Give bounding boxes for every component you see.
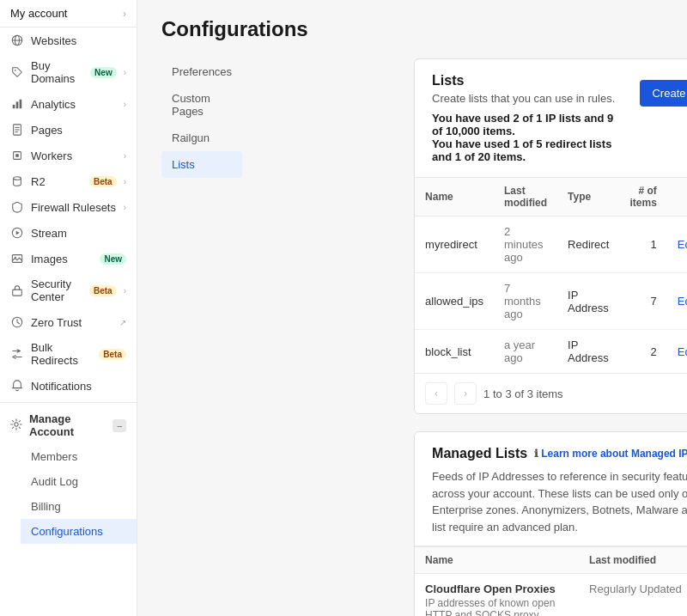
manage-account-row[interactable]: Manage Account – [0,406,137,444]
manage-account-sub-nav: Members Audit Log Billing Configurations [0,444,137,544]
zero-trust-icon [10,315,24,329]
managed-col-last-modified: Last modified [579,547,687,574]
sidebar-item-images[interactable]: Images New [0,246,137,271]
managed-table-row: Cloudflare Open Proxies IP addresses of … [415,574,687,617]
svg-rect-18 [13,290,22,296]
sidebar: My account › Websites Buy Domains New › … [0,0,137,616]
cell-actions: Edit | Delete [667,273,687,330]
sidebar-item-websites[interactable]: Websites [0,27,137,53]
sidebar-item-stream-label: Stream [31,227,126,240]
buy-domains-chevron-icon: › [124,68,126,77]
buy-domains-badge: New [90,67,117,78]
edit-link[interactable]: Edit [678,238,687,251]
sidebar-item-zero-trust-label: Zero Trust [31,316,112,329]
sub-nav-custom-pages-label: Custom Pages [172,92,210,118]
lists-col-name: Name [415,178,494,217]
r2-chevron-icon: › [124,177,126,186]
gear-icon [10,418,22,433]
lists-col-type: Type [557,178,619,217]
cell-actions: Edit | Delete [667,330,687,374]
svg-marker-15 [16,231,20,235]
tag-icon [10,65,24,79]
lists-col-actions [667,178,687,217]
sidebar-item-analytics[interactable]: Analytics › [0,91,137,117]
sidebar-item-firewall-rulesets[interactable]: Firewall Rulesets › [0,194,137,220]
images-icon [10,252,24,265]
lists-pagination: ‹ › 1 to 3 of 3 items [415,373,687,413]
sidebar-item-members[interactable]: Members [21,444,137,469]
pagination-prev-button[interactable]: ‹ [425,382,447,405]
lists-card-stat2: You have used 1 of 5 redirect lists and … [432,137,626,163]
analytics-icon [10,97,24,111]
cell-last-modified: a year ago [494,330,557,374]
sidebar-nav: Websites Buy Domains New › Analytics › P… [0,27,137,399]
managed-cell-name: Cloudflare Open Proxies IP addresses of … [415,574,579,617]
cell-items: 2 [619,330,666,374]
analytics-chevron-icon: › [124,100,126,109]
pagination-next-button[interactable]: › [454,382,477,405]
sidebar-account[interactable]: My account › [0,0,137,27]
sidebar-item-images-label: Images [31,253,93,265]
sidebar-item-billing[interactable]: Billing [21,494,137,519]
svg-rect-5 [16,101,19,108]
lists-card: Lists Create lists that you can use in r… [414,58,687,414]
page-title: Configurations [161,17,663,41]
managed-lists-learn-more[interactable]: ℹ Learn more about Managed IP Lists [534,448,687,460]
managed-lists-card: Managed Lists ℹ Learn more about Managed… [414,431,687,616]
sidebar-item-pages[interactable]: Pages [0,117,137,143]
sidebar-item-security-center-label: Security Center [31,278,82,303]
sidebar-item-audit-log-label: Audit Log [31,475,126,488]
sub-nav: Preferences Custom Pages Railgun Lists [161,58,242,178]
cell-type: IP Address [557,273,619,330]
lists-table: Name Last modified Type # ofitems myredi… [415,177,687,373]
svg-rect-12 [15,154,19,157]
sub-nav-preferences[interactable]: Preferences [161,58,242,85]
create-new-list-button[interactable]: Create new list [640,80,687,107]
manage-account-collapse-btn[interactable]: – [112,419,126,432]
sub-nav-railgun[interactable]: Railgun [161,125,242,151]
sidebar-item-stream[interactable]: Stream [0,220,137,246]
sidebar-item-audit-log[interactable]: Audit Log [21,469,137,494]
sidebar-item-zero-trust[interactable]: Zero Trust ↗ [0,309,137,335]
sidebar-item-websites-label: Websites [31,34,126,47]
managed-lists-learn-more-text: Learn more about Managed IP Lists [541,448,687,460]
sidebar-item-notifications[interactable]: Notifications [0,373,137,399]
managed-col-name: Name [415,547,579,574]
sidebar-item-r2-label: R2 [31,175,82,188]
cell-items: 1 [619,217,666,273]
cell-actions: Edit | Delete [667,217,687,273]
sidebar-item-notifications-label: Notifications [31,380,126,393]
security-center-icon [10,284,24,297]
sidebar-item-bulk-redirects[interactable]: Bulk Redirects Beta [0,335,137,373]
sub-nav-lists[interactable]: Lists [161,151,242,178]
zero-trust-external-icon: ↗ [119,318,126,327]
table-row: myredirect 2 minutes ago Redirect 1 Edit… [415,217,687,273]
edit-link[interactable]: Edit [678,295,687,308]
sidebar-account-chevron: › [123,8,126,20]
svg-point-3 [15,70,16,71]
bulk-redirects-badge: Beta [99,349,126,360]
lists-card-header: Lists Create lists that you can use in r… [415,59,687,177]
sidebar-divider [0,402,137,403]
svg-rect-4 [13,105,15,108]
sidebar-item-configurations[interactable]: Configurations [21,519,137,544]
cell-type: Redirect [557,217,619,273]
sidebar-item-buy-domains-label: Buy Domains [31,59,83,85]
sidebar-item-pages-label: Pages [31,124,126,137]
sidebar-account-label: My account [10,7,67,20]
cell-name: allowed_ips [415,273,494,330]
lists-card-left: Lists Create lists that you can use in r… [432,73,626,163]
sidebar-item-buy-domains[interactable]: Buy Domains New › [0,53,137,91]
sidebar-item-r2[interactable]: R2 Beta › [0,168,137,194]
sidebar-item-workers[interactable]: Workers › [0,143,137,168]
sub-nav-lists-label: Lists [172,158,195,171]
edit-link[interactable]: Edit [678,345,687,358]
info-icon: ℹ [534,448,538,460]
sidebar-item-security-center[interactable]: Security Center Beta › [0,271,137,309]
sub-nav-railgun-label: Railgun [172,131,210,144]
sidebar-item-billing-label: Billing [31,500,126,513]
svg-point-13 [14,177,21,180]
cell-last-modified: 7 months ago [494,273,557,330]
sub-nav-custom-pages[interactable]: Custom Pages [161,85,242,125]
table-row: block_list a year ago IP Address 2 Edit … [415,330,687,374]
